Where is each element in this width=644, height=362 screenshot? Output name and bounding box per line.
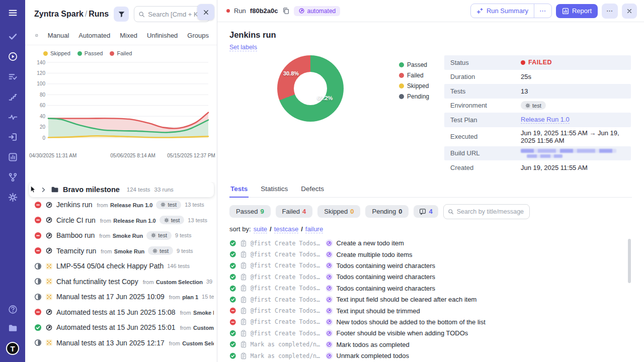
clipboard-icon xyxy=(240,352,247,359)
branch-icon[interactable] xyxy=(8,172,18,182)
test-title: Text input should be trimmed xyxy=(337,307,420,315)
run-detail-header: Run f80b2a0c automated Run Summary ⋯ xyxy=(217,0,644,22)
run-list-item[interactable]: LMP-554 05/04 check Happy Path 146 tests xyxy=(29,258,214,274)
test-list-item[interactable]: @first Create Todos… Create a new todo i… xyxy=(229,238,632,249)
automated-test-icon xyxy=(326,239,333,247)
test-list-item[interactable]: @first Create Todos… Todos containing we… xyxy=(229,283,632,294)
set-labels-link[interactable]: Set labels xyxy=(229,44,257,51)
run-summary-button[interactable]: Run Summary xyxy=(471,4,534,18)
test-list-item[interactable]: @first Create Todos… Todos containing we… xyxy=(229,260,632,271)
filter-chip-skipped[interactable]: Skipped 0 xyxy=(317,205,360,218)
tab-tests[interactable]: Tests xyxy=(229,183,249,198)
pulse-activity-icon[interactable] xyxy=(8,112,18,122)
legend-label: Failed xyxy=(407,72,424,79)
settings-gear-icon[interactable] xyxy=(8,193,18,202)
filter-chip-failed[interactable]: Failed 4 xyxy=(276,205,313,218)
filter-button[interactable] xyxy=(114,7,129,22)
test-plans-icon[interactable] xyxy=(8,72,18,81)
copy-icon[interactable] xyxy=(282,7,290,15)
run-list-item[interactable]: Bamboo run from Smoke Run test 9 tests xyxy=(29,228,214,243)
test-list-item[interactable]: @first Create Todos… New todos should be… xyxy=(229,316,632,327)
run-list-item[interactable]: Teamcity run from Smoke Run test 9 tests xyxy=(29,243,214,259)
tests-scrollbar[interactable] xyxy=(628,239,631,283)
tab-groups[interactable]: Groups xyxy=(187,32,209,39)
select-runs-icon[interactable] xyxy=(35,31,38,40)
test-suite-label: @first Create Todos… xyxy=(251,285,322,292)
filter-count: 0 xyxy=(350,208,354,215)
run-list-item[interactable]: Automated tests at 15 Jun 2025 15:08 fro… xyxy=(29,305,214,320)
run-list-item[interactable]: Circle CI run from Release Run 1.0 test … xyxy=(29,213,214,228)
test-list-item[interactable]: @first Create Todos… Footer should be vi… xyxy=(229,328,632,339)
tests-search[interactable] xyxy=(443,204,530,219)
sort-by-failure[interactable]: failure xyxy=(305,225,323,233)
run-list-item[interactable]: Manual tests at 17 Jun 2025 10:09 from p… xyxy=(29,289,214,305)
run-from-label: from xyxy=(101,248,112,254)
milestones-steps-icon[interactable] xyxy=(8,92,18,102)
report-button[interactable]: Report xyxy=(556,4,598,18)
test-list-item[interactable]: @first Create Todos… Text input should b… xyxy=(229,305,632,316)
info-row-created: CreatedJun 19, 2025 11:55 AM xyxy=(444,160,631,175)
close-run-button[interactable] xyxy=(622,4,637,19)
runs-play-icon[interactable] xyxy=(8,52,18,61)
donut-legend-item: Pending xyxy=(399,93,437,100)
chevron-right-icon[interactable] xyxy=(40,187,47,193)
tab-statistics[interactable]: Statistics xyxy=(260,183,289,197)
info-row-tests: Tests13 xyxy=(444,84,631,99)
test-title: Mark todos as completed xyxy=(337,341,410,348)
run-from: from Custom Selection xyxy=(168,338,214,347)
tests-search-input[interactable] xyxy=(457,208,525,215)
help-icon[interactable] xyxy=(8,305,18,314)
tab-manual[interactable]: Manual xyxy=(48,32,69,39)
run-status-icon xyxy=(34,339,42,346)
sidebar-nav xyxy=(8,32,18,202)
analytics-icon[interactable] xyxy=(8,152,18,162)
tab-unfinished[interactable]: Unfinished xyxy=(147,32,178,39)
test-status-icon xyxy=(229,285,236,292)
sort-by-suite[interactable]: suite xyxy=(254,225,267,233)
clipboard-icon xyxy=(240,341,247,348)
test-list-item[interactable]: Mark as completed/n… Mark todos as compl… xyxy=(229,339,632,350)
test-list-item[interactable]: Mark as completed/n… Unmark completed to… xyxy=(229,350,632,361)
run-list-item[interactable]: Chat functinality test Copy from Custom … xyxy=(29,274,214,290)
panel-close-button[interactable] xyxy=(197,4,214,20)
comments-filter-chip[interactable]: 4 xyxy=(414,205,438,218)
filter-chip-passed[interactable]: Passed 9 xyxy=(229,205,271,218)
menu-button[interactable] xyxy=(8,8,18,18)
import-icon[interactable] xyxy=(8,132,18,142)
milestone-row[interactable]: Bravo milestone 124 tests 33 runs xyxy=(29,182,214,197)
test-list-item[interactable]: @first Create Todos… Create multiple tod… xyxy=(229,249,632,260)
page-title: Runs xyxy=(89,10,109,18)
tests-check-icon[interactable] xyxy=(8,32,18,41)
test-plan-link[interactable]: Release Run 1.0 xyxy=(521,116,570,124)
run-list-item[interactable]: Jenkins run from Release Run 1.0 test 13… xyxy=(29,197,214,213)
run-summary-more-button[interactable]: ⋯ xyxy=(534,4,551,18)
sort-by-testcase[interactable]: testcase xyxy=(274,225,298,233)
test-list-item[interactable]: @first Create Todos… Todos containing we… xyxy=(229,272,632,283)
run-list-item[interactable]: Manual tests at 13 Jun 2025 12:17 from C… xyxy=(29,335,214,351)
run-id: f80b2a0c xyxy=(250,7,278,15)
run-list-item[interactable]: Automated tests at 15 Jun 2025 15:01 fro… xyxy=(29,320,214,335)
test-title: Unmark completed todos xyxy=(337,352,410,359)
test-status-icon xyxy=(229,307,236,314)
test-status-icon xyxy=(229,330,236,337)
automated-run-icon xyxy=(298,8,305,14)
run-from-label: from xyxy=(143,279,154,285)
tab-defects[interactable]: Defects xyxy=(300,183,325,197)
project-name[interactable]: Zyntra Spark xyxy=(34,10,84,18)
automated-badge[interactable]: automated xyxy=(294,6,341,16)
tab-mixed[interactable]: Mixed xyxy=(120,32,137,39)
more-actions-button[interactable]: ⋯ xyxy=(602,4,618,19)
tab-automated[interactable]: Automated xyxy=(78,32,110,39)
donut-label-failed: 30.8% xyxy=(283,70,299,76)
close-icon xyxy=(626,8,632,14)
filter-chip-pending[interactable]: Pending 0 xyxy=(365,205,409,218)
run-summary-split-button: Run Summary ⋯ xyxy=(470,4,552,18)
mouse-cursor xyxy=(30,186,37,194)
test-list-item[interactable]: @first Create Todos… Text input field sh… xyxy=(229,294,632,305)
projects-folder-icon[interactable] xyxy=(8,323,18,333)
test-status-icon xyxy=(229,251,236,258)
automated-test-icon xyxy=(326,285,333,292)
runs-search-input[interactable] xyxy=(148,11,205,18)
app-logo[interactable]: T xyxy=(6,342,19,355)
info-label: Test Plan xyxy=(450,116,521,124)
